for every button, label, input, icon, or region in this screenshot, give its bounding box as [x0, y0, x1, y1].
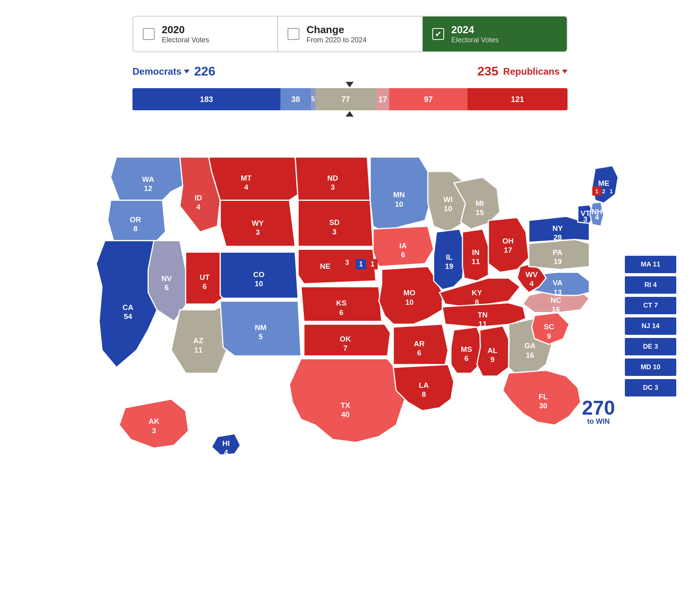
tab-2020[interactable]: 2020 Electoral Votes [133, 17, 278, 51]
state-OR[interactable] [108, 200, 166, 241]
state-ND[interactable] [295, 157, 370, 200]
state-PA[interactable] [529, 240, 589, 270]
state-CO[interactable] [220, 252, 298, 298]
header-tabs: 2020 Electoral Votes Change From 2020 to… [132, 16, 568, 52]
state-HI[interactable] [212, 434, 240, 455]
tab-change[interactable]: Change From 2020 to 2024 [278, 17, 423, 51]
svg-text:1: 1 [595, 188, 598, 194]
dem-total: 226 [194, 64, 215, 79]
us-map: WA 12 OR 8 CA 54 ID 4 MT 4 NV 6 UT 6 WY … [73, 125, 627, 471]
state-box-DC[interactable]: DC 3 [625, 379, 676, 396]
state-AZ[interactable] [171, 304, 229, 373]
rep-label[interactable]: Republicans [503, 66, 560, 77]
state-SD[interactable] [298, 200, 373, 247]
state-SC[interactable] [532, 313, 569, 344]
state-MN[interactable] [370, 157, 431, 232]
state-box-CT[interactable]: CT 7 [625, 297, 676, 314]
svg-text:1: 1 [359, 260, 363, 268]
bar-tossup-rep: 17 [376, 88, 389, 110]
rep-total: 235 [477, 64, 498, 79]
state-FL[interactable] [503, 370, 581, 425]
state-AL[interactable] [477, 326, 509, 376]
rep-side: 235 Republicans [477, 64, 568, 79]
svg-text:2: 2 [602, 188, 605, 194]
chevron-dem [184, 70, 189, 74]
state-NM[interactable] [220, 301, 301, 356]
state-box-RI[interactable]: RI 4 [625, 276, 676, 294]
checkbox-2024: ✔ [432, 28, 444, 40]
tab-2024[interactable]: ✔ 2024 Electoral Votes [423, 17, 567, 51]
dem-side: Democrats 226 [132, 64, 215, 79]
state-IN[interactable] [462, 229, 488, 281]
right-states-panel: MA 11 RI 4 CT 7 NJ 14 DE 3 MD 10 DC 3 [625, 256, 676, 396]
map-area: WA 12 OR 8 CA 54 ID 4 MT 4 NV 6 UT 6 WY … [0, 125, 700, 471]
state-box-MD[interactable]: MD 10 [625, 359, 676, 376]
bar-dem-lean: 5 [311, 88, 315, 110]
bar-top-marker [132, 81, 568, 88]
bar-dem-solid: 183 [132, 88, 280, 110]
bar-rep-solid: 121 [467, 88, 568, 110]
bar-rep-lean: 97 [389, 88, 467, 110]
state-MO[interactable] [379, 266, 442, 324]
state-OH[interactable] [488, 217, 529, 272]
state-box-NJ[interactable]: NJ 14 [625, 317, 676, 335]
svg-text:1: 1 [610, 188, 613, 194]
state-TX[interactable] [289, 359, 405, 442]
logo-270towin: 270 to WIN [582, 398, 615, 426]
bar-bottom-marker [132, 110, 568, 117]
svg-text:1: 1 [371, 260, 375, 268]
state-box-MA[interactable]: MA 11 [625, 256, 676, 273]
state-AR[interactable] [393, 324, 448, 364]
state-OK[interactable] [304, 324, 390, 356]
state-AK[interactable] [119, 399, 189, 448]
state-ME[interactable] [592, 166, 619, 203]
electoral-bar: 183 38 5 77 17 97 121 [132, 88, 568, 110]
state-WA[interactable] [111, 157, 183, 200]
tab-2024-text: 2024 Electoral Votes [451, 24, 499, 44]
state-IL[interactable] [433, 229, 465, 290]
svg-text:3: 3 [345, 259, 349, 266]
bar-section: Democrats 226 235 Republicans 183 38 5 7… [132, 64, 568, 117]
checkbox-change [288, 28, 299, 40]
bar-dem-likely: 38 [280, 88, 311, 110]
dem-label[interactable]: Democrats [132, 66, 182, 77]
bar-tossup: 77 [315, 88, 376, 110]
state-box-DE[interactable]: DE 3 [625, 338, 676, 355]
tab-2020-text: 2020 Electoral Votes [162, 24, 209, 44]
state-KS[interactable] [301, 287, 382, 321]
state-NH[interactable] [590, 202, 604, 226]
state-WY[interactable] [220, 200, 295, 247]
state-IA[interactable] [373, 226, 433, 266]
party-labels-row: Democrats 226 235 Republicans [132, 64, 568, 79]
checkbox-2020 [143, 28, 155, 40]
chevron-rep [562, 70, 568, 74]
tab-change-text: Change From 2020 to 2024 [306, 24, 367, 44]
